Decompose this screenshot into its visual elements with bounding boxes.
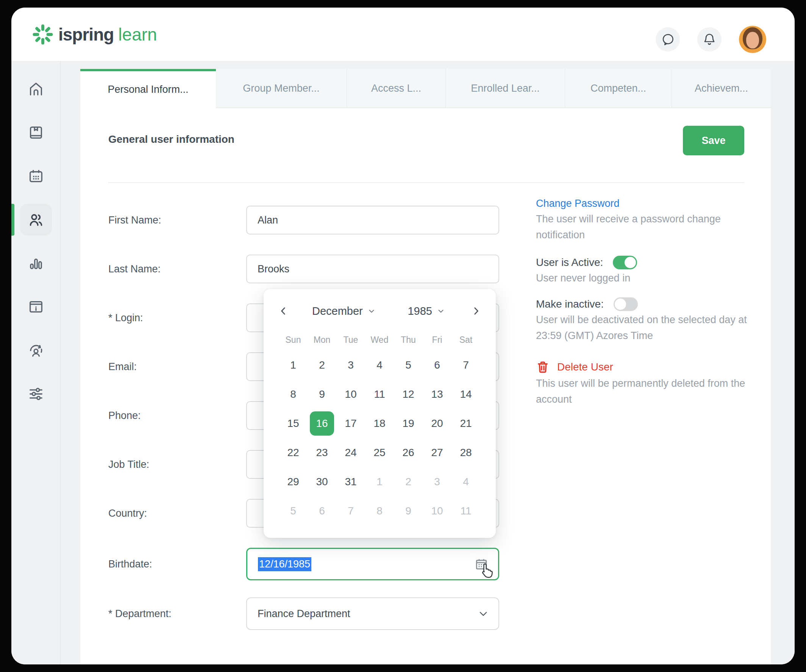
- sidebar-item-reports[interactable]: [20, 248, 52, 279]
- change-password-link[interactable]: Change Password: [536, 198, 619, 210]
- weekday-label: Sat: [451, 332, 480, 348]
- first-name-input[interactable]: Alan: [246, 206, 499, 234]
- user-active-label: User is Active:: [536, 256, 603, 269]
- phone-label: Phone:: [108, 410, 246, 422]
- day-cell[interactable]: 27: [423, 438, 451, 467]
- sidebar-item-users[interactable]: [20, 204, 52, 236]
- day-cell[interactable]: 6: [307, 496, 336, 525]
- form-row-last-name: Last Name: Brooks: [108, 254, 499, 283]
- form-row-department: * Department: Finance Department: [108, 598, 499, 630]
- last-name-label: Last Name:: [108, 263, 246, 275]
- day-cell[interactable]: 8: [279, 380, 307, 409]
- year-dropdown[interactable]: 1985: [408, 305, 445, 317]
- next-month-button[interactable]: [468, 303, 484, 319]
- birthdate-label: Birthdate:: [108, 558, 246, 570]
- day-cell[interactable]: 29: [279, 467, 307, 496]
- day-cell[interactable]: 30: [307, 467, 336, 496]
- tab-personal-information[interactable]: Personal Inform...: [80, 69, 216, 108]
- sidebar-item-mentoring[interactable]: [20, 335, 52, 366]
- day-cell[interactable]: 2: [307, 350, 336, 380]
- day-cell[interactable]: 6: [423, 350, 451, 380]
- day-cell[interactable]: 10: [423, 496, 451, 525]
- day-cell[interactable]: 10: [336, 380, 365, 409]
- hand-cursor-icon: [478, 562, 496, 579]
- day-cell[interactable]: 3: [336, 350, 365, 380]
- day-cell[interactable]: 8: [365, 496, 394, 525]
- birthdate-input[interactable]: 12/16/1985: [246, 548, 499, 580]
- sidebar-item-library[interactable]: [20, 117, 52, 149]
- sidebar-divider: [60, 61, 61, 664]
- day-cell[interactable]: 4: [451, 467, 480, 496]
- day-cell[interactable]: 14: [451, 380, 480, 409]
- day-cell[interactable]: 7: [451, 350, 480, 380]
- day-cell[interactable]: 15: [279, 409, 307, 438]
- brand-logo: ispring learn: [33, 24, 157, 45]
- save-button[interactable]: Save: [683, 126, 744, 155]
- chevron-down-icon: [478, 608, 489, 619]
- account-panel: Change Password The user will receive a …: [536, 198, 748, 407]
- delete-user-description: This user will be permanently deleted fr…: [536, 375, 748, 407]
- day-cell[interactable]: 7: [336, 496, 365, 525]
- tab-competencies[interactable]: Competen...: [565, 69, 672, 108]
- day-cell[interactable]: 23: [307, 438, 336, 467]
- home-icon: [27, 80, 45, 98]
- sidebar-item-calendar[interactable]: [20, 160, 52, 192]
- year-label: 1985: [408, 305, 432, 317]
- day-cell[interactable]: 24: [336, 438, 365, 467]
- day-cell[interactable]: 1: [279, 350, 307, 380]
- last-name-input[interactable]: Brooks: [246, 254, 499, 283]
- sidebar-item-home[interactable]: [20, 73, 52, 105]
- day-cell[interactable]: 1: [365, 467, 394, 496]
- tab-achievements[interactable]: Achievem...: [672, 69, 771, 108]
- tab-group-membership[interactable]: Group Member...: [216, 69, 347, 108]
- day-cell[interactable]: 17: [336, 409, 365, 438]
- day-cell[interactable]: 11: [365, 380, 394, 409]
- sidebar-item-info[interactable]: [20, 291, 52, 323]
- notifications-button[interactable]: [697, 27, 722, 51]
- day-cell[interactable]: 12: [394, 380, 423, 409]
- selected-date-text: 12/16/1985: [258, 557, 311, 571]
- day-cell[interactable]: 3: [423, 467, 451, 496]
- sidebar-item-settings[interactable]: [20, 378, 52, 410]
- avatar[interactable]: [739, 26, 766, 53]
- selected-day-cell[interactable]: 16: [307, 409, 336, 438]
- page-title: General user information: [108, 133, 235, 145]
- day-cell[interactable]: 4: [365, 350, 394, 380]
- day-cell[interactable]: 11: [451, 496, 480, 525]
- day-cell[interactable]: 9: [394, 496, 423, 525]
- day-cell[interactable]: 31: [336, 467, 365, 496]
- make-inactive-toggle[interactable]: [614, 297, 638, 311]
- day-cell[interactable]: 2: [394, 467, 423, 496]
- day-cell[interactable]: 26: [394, 438, 423, 467]
- datepicker-grid: 1234567891011121314151617181920212223242…: [264, 350, 496, 525]
- day-cell[interactable]: 9: [307, 380, 336, 409]
- month-dropdown[interactable]: December: [312, 305, 376, 317]
- tab-enrolled-learning[interactable]: Enrolled Lear...: [446, 69, 565, 108]
- day-cell[interactable]: 28: [451, 438, 480, 467]
- mentoring-icon: [27, 342, 45, 359]
- day-cell[interactable]: 19: [394, 409, 423, 438]
- sidebar: [12, 61, 60, 664]
- make-inactive-label: Make inactive:: [536, 298, 604, 310]
- day-cell[interactable]: 5: [279, 496, 307, 525]
- email-label: Email:: [108, 361, 246, 373]
- day-cell[interactable]: 22: [279, 438, 307, 467]
- day-cell[interactable]: 13: [423, 380, 451, 409]
- toggle-knob: [615, 299, 626, 310]
- day-cell[interactable]: 20: [423, 409, 451, 438]
- chat-button[interactable]: [656, 27, 680, 51]
- day-cell[interactable]: 5: [394, 350, 423, 380]
- previous-month-button[interactable]: [275, 303, 292, 319]
- user-active-description: User never logged in: [536, 270, 748, 286]
- tab-access-level[interactable]: Access L...: [347, 69, 446, 108]
- delete-user-button[interactable]: Delete User: [536, 360, 748, 374]
- department-select[interactable]: Finance Department: [246, 598, 499, 630]
- weekday-label: Thu: [394, 332, 423, 348]
- day-cell[interactable]: 25: [365, 438, 394, 467]
- weekday-label: Fri: [423, 332, 451, 348]
- day-cell[interactable]: 18: [365, 409, 394, 438]
- chevron-left-icon: [278, 306, 288, 316]
- toggle-knob: [624, 257, 636, 268]
- day-cell[interactable]: 21: [451, 409, 480, 438]
- user-active-toggle[interactable]: [613, 256, 637, 269]
